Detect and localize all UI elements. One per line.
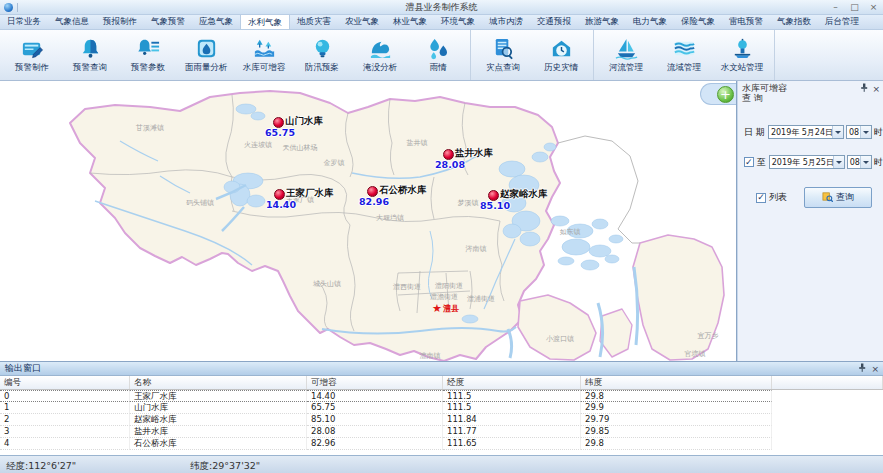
toolbar-button-flood-bulb[interactable]: 防汛预案 [293,32,351,78]
table-cell: 65.75 [307,402,443,414]
menu-tab[interactable]: 雷电预警 [722,15,770,29]
table-row[interactable]: 2赵家峪水库85.10111.8429.79 [0,414,883,426]
disaster-search-icon [491,36,516,61]
county-seat-label: 澧县 [443,303,459,314]
hour-from-combobox[interactable]: 08 [846,125,872,139]
polder-xiaodukou [518,295,596,360]
table-cell: 29.79 [581,414,772,426]
menu-tab[interactable]: 气象指数 [770,15,818,29]
menu-tab[interactable]: 环境气象 [434,15,482,29]
menu-tab[interactable]: 城市内涝 [482,15,530,29]
flood-wave-icon [368,36,393,61]
to-date-checkbox[interactable]: ✓ [744,157,754,167]
toolbar: 预警制作预警查询预警参数面雨量分析水库可增容防汛预案淹没分析雨情灾点查询历史灾情… [0,30,883,81]
county-seat-marker: ★澧县 [432,303,459,314]
table-cell: 王家厂水库 [130,390,307,402]
column-header-3[interactable]: 经度 [443,376,581,389]
toolbar-button-alert-edit[interactable]: 预警制作 [3,32,61,78]
rain-gauge-icon [194,36,219,61]
toolbar-button-river-boat[interactable]: 河流管理 [597,32,655,78]
column-header-2[interactable]: 可增容 [307,376,443,389]
toolbar-button-flood-wave[interactable]: 淹没分析 [351,32,409,78]
raindrops-icon [426,36,451,61]
table-cell: 14.40 [307,390,443,402]
toolbar-button-label: 预警制作 [15,62,49,74]
toolbar-button-hydro-station[interactable]: 水文站管理 [713,32,771,78]
menu-tab[interactable]: 后台管理 [818,15,866,29]
chevron-down-icon[interactable] [833,156,844,168]
table-cell: 111.5 [443,402,581,414]
menu-tab[interactable]: 交通预报 [530,15,578,29]
town-label: 澧澹街道 [430,292,458,302]
table-row[interactable]: 1山门水库65.75111.529.9 [0,402,883,414]
chevron-down-icon[interactable] [860,126,871,138]
table-row[interactable]: 0王家厂水库14.40111.529.8 [0,390,883,402]
chevron-down-icon[interactable] [860,156,871,168]
map-toolbar-tab: + [700,83,736,105]
list-checkbox[interactable]: ✓ [756,193,766,203]
county-map-canvas[interactable] [0,81,736,361]
menu-tab[interactable]: 预报制作 [96,15,144,29]
toolbar-button-reservoir[interactable]: 水库可增容 [235,32,293,78]
table-row[interactable]: 3盐井水库28.08111.7729.85 [0,426,883,438]
menu-bar: 日常业务气象信息预报制作气象预警应急气象水利气象地质灾害农业气象林业气象环境气象… [0,15,883,30]
map-area[interactable]: + 甘溪滩镇火连坡镇天供山林场金罗镇盐井镇码头铺镇王家厂镇梦溪镇大堰垱镇涔南镇如… [0,81,737,361]
date-from-combobox[interactable]: 2019年 5月24日 [768,125,844,139]
menu-tab[interactable]: 日常业务 [0,15,48,29]
menu-tab[interactable]: 气象信息 [48,15,96,29]
menu-tab[interactable]: 电力气象 [626,15,674,29]
table-cell: 2 [0,414,130,426]
toolbar-button-disaster-search[interactable]: 灾点查询 [474,32,532,78]
table-row[interactable]: 4石公桥水库82.96111.6529.8 [0,438,883,450]
toolbar-button-rain-gauge[interactable]: 面雨量分析 [177,32,235,78]
query-button[interactable]: 查询 [804,187,872,208]
main-content: + 甘溪滩镇火连坡镇天供山林场金罗镇盐井镇码头铺镇王家厂镇梦溪镇大堰垱镇涔南镇如… [0,81,883,361]
town-label: 涔南镇 [466,244,487,254]
menu-tab[interactable]: 水利气象 [240,15,290,29]
date-from-row: 日 期 2019年 5月24日 08 时 [744,125,883,139]
reservoir-value-label: 14.40 [266,199,296,210]
town-label: 如东镇 [560,227,581,237]
hour-to-combobox[interactable]: 08 [847,155,872,169]
column-header-0[interactable]: 编号 [0,376,130,389]
column-header-1[interactable]: 名称 [130,376,307,389]
town-label: 澧南镇 [420,351,441,361]
panel-close-icon[interactable]: × [871,364,879,374]
menu-tab[interactable]: 应急气象 [192,15,240,29]
menu-tab[interactable]: 地质灾害 [290,15,338,29]
chevron-down-icon[interactable] [832,126,843,138]
flood-bulb-icon [310,36,335,61]
status-longitude: 经度:112°6'27" [6,460,76,473]
toolbar-button-alert-bell[interactable]: 预警查询 [61,32,119,78]
menu-tab[interactable]: 林业气象 [386,15,434,29]
status-bar: 经度:112°6'27" 纬度:29°37'32" [0,455,883,473]
menu-tab[interactable]: 农业气象 [338,15,386,29]
minimize-button[interactable]: – [826,1,845,14]
toolbar-button-disaster-history[interactable]: 历史灾情 [532,32,590,78]
town-label: 澧阳街道 [435,281,463,291]
map-zoom-in-button[interactable]: + [717,86,734,103]
toolbar-button-alert-params[interactable]: 预警参数 [119,32,177,78]
hour-unit-label: 时 [874,126,883,139]
pin-icon[interactable] [858,363,866,374]
menu-tab[interactable]: 气象预警 [144,15,192,29]
date-to-combobox[interactable]: 2019年 5月25日 [769,155,845,169]
toolbar-button-label: 灾点查询 [486,62,520,74]
panel-close-icon[interactable]: × [872,85,880,93]
date-to-row: ✓ 至 2019年 5月25日 08 时 [744,155,883,169]
town-label: 官垸镇 [685,349,706,359]
column-header-4[interactable]: 纬度 [581,376,772,389]
table-cell: 29.85 [581,426,772,438]
table-cell: 85.10 [307,414,443,426]
output-table-header: 编号名称可增容经度纬度 [0,376,883,390]
maximize-button[interactable]: □ [845,1,864,14]
toolbar-button-basin-waves[interactable]: 流域管理 [655,32,713,78]
table-cell: 赵家峪水库 [130,414,307,426]
town-label: 澧西街道 [393,282,421,292]
pin-icon[interactable] [860,83,868,94]
toolbar-button-raindrops[interactable]: 雨情 [409,32,467,78]
menu-tab[interactable]: 旅游气象 [578,15,626,29]
table-cell: 111.84 [443,414,581,426]
menu-tab[interactable]: 保险气象 [674,15,722,29]
close-button[interactable]: × [864,1,883,14]
